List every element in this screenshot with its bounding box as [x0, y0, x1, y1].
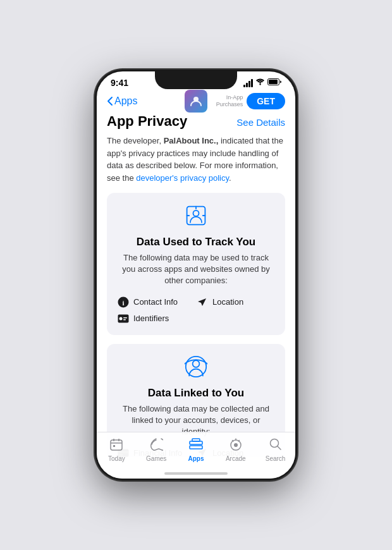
track-desc: The following data may be used to track … [117, 252, 275, 287]
nav-bar: Apps In-App Purchases GET [97, 90, 295, 113]
track-contact-info: i Contact Info [117, 296, 196, 309]
linked-title: Data Linked to You [117, 387, 275, 400]
track-title: Data Used to Track You [117, 236, 275, 248]
svg-rect-34 [190, 446, 202, 449]
back-label: Apps [114, 95, 137, 107]
tab-apps[interactable]: Apps [176, 437, 216, 462]
arcade-icon [229, 437, 243, 454]
search-tab-label: Search [266, 455, 286, 462]
today-tab-label: Today [108, 455, 125, 462]
location-arrow-icon [196, 296, 209, 309]
svg-point-37 [234, 443, 238, 447]
privacy-header: App Privacy See Details [107, 113, 285, 130]
track-location: Location [196, 296, 275, 309]
inapp-purchases-label: In-App Purchases [216, 94, 243, 108]
games-icon [149, 437, 163, 454]
svg-rect-35 [192, 439, 200, 441]
status-time: 9:41 [111, 78, 128, 88]
phone-screen: 9:41 [97, 71, 295, 479]
track-location-label: Location [212, 297, 243, 307]
svg-point-11 [119, 317, 123, 320]
page-title: App Privacy [107, 113, 187, 130]
track-identifiers-label: Identifiers [133, 314, 169, 323]
battery-icon [267, 78, 281, 87]
privacy-policy-link[interactable]: developer's privacy policy [136, 173, 229, 183]
nav-right: In-App Purchases GET [216, 93, 285, 109]
svg-rect-31 [111, 443, 122, 444]
svg-rect-32 [113, 445, 115, 447]
today-icon [109, 437, 123, 454]
track-card: Data Used to Track You The following dat… [107, 193, 285, 335]
tab-bar: Today Games [97, 432, 295, 479]
tab-arcade[interactable]: Arcade [216, 437, 255, 462]
wifi-icon [255, 78, 265, 87]
svg-rect-13 [123, 319, 126, 321]
linked-icon [117, 355, 275, 383]
svg-rect-1 [269, 80, 278, 84]
track-icon [117, 204, 275, 232]
id-card-icon [117, 312, 130, 325]
nav-center [185, 90, 207, 113]
notch [155, 71, 237, 89]
see-details-link[interactable]: See Details [236, 117, 285, 128]
track-data-grid: i Contact Info Location [117, 296, 275, 325]
signal-icon [243, 79, 253, 87]
back-button[interactable]: Apps [107, 95, 137, 107]
app-icon [185, 90, 207, 113]
arcade-tab-label: Arcade [226, 455, 246, 462]
tab-search[interactable]: Search [255, 437, 295, 462]
privacy-description: The developer, PalAbout Inc., indicated … [107, 135, 285, 184]
search-icon [269, 437, 283, 454]
home-indicator [164, 472, 228, 475]
svg-text:i: i [122, 298, 124, 306]
get-button[interactable]: GET [247, 93, 285, 109]
svg-rect-12 [123, 317, 127, 319]
games-tab-label: Games [146, 455, 166, 462]
status-icons [243, 78, 281, 87]
track-contact-label: Contact Info [133, 297, 178, 307]
tab-games[interactable]: Games [137, 437, 176, 462]
apps-icon [189, 437, 203, 454]
tab-today[interactable]: Today [97, 437, 137, 462]
svg-rect-28 [111, 440, 122, 450]
svg-rect-29 [113, 439, 114, 441]
apps-tab-label: Apps [188, 455, 204, 462]
content-area: App Privacy See Details The developer, P… [97, 113, 295, 457]
info-circle-icon: i [117, 296, 130, 309]
svg-point-15 [193, 360, 200, 367]
track-identifiers: Identifiers [117, 312, 196, 325]
svg-point-4 [193, 211, 199, 216]
svg-rect-30 [118, 439, 119, 441]
phone-frame: 9:41 [95, 70, 297, 480]
